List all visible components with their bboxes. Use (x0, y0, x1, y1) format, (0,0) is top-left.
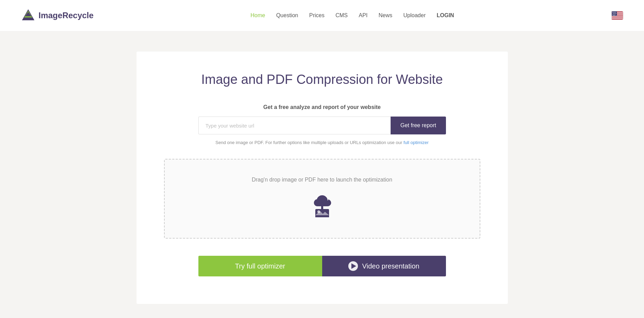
svg-point-13 (615, 12, 616, 13)
svg-rect-9 (612, 18, 623, 19)
svg-point-15 (614, 13, 615, 14)
svg-rect-10 (612, 11, 617, 16)
svg-point-20 (613, 15, 614, 15)
nav-home[interactable]: Home (250, 12, 265, 19)
analyze-subtitle: Get a free analyze and report of your we… (164, 104, 480, 110)
try-optimizer-button[interactable]: Try full optimizer (198, 256, 322, 276)
page-title: Image and PDF Compression for Website (164, 72, 480, 87)
logo-text: ImageRecycle (39, 11, 94, 20)
nav-uploader[interactable]: Uploader (403, 12, 426, 19)
drop-zone-text: Drag'n drop image or PDF here to launch … (252, 177, 392, 183)
nav-api[interactable]: API (359, 12, 368, 19)
url-form: Get free report (198, 117, 446, 134)
bottom-buttons: Try full optimizer Video presentation (198, 256, 446, 276)
language-flag[interactable] (611, 11, 623, 20)
svg-point-12 (614, 12, 614, 13)
main-nav: Home Question Prices CMS API News Upload… (250, 12, 454, 19)
svg-point-18 (614, 14, 614, 14)
svg-point-11 (612, 12, 613, 13)
svg-rect-8 (612, 17, 623, 18)
logo-icon (21, 8, 36, 23)
helper-text: Send one image or PDF. For further optio… (164, 140, 480, 145)
full-optimizer-link[interactable]: full optimizer (404, 140, 429, 145)
nav-prices[interactable]: Prices (309, 12, 324, 19)
website-url-input[interactable] (198, 117, 391, 134)
drop-zone[interactable]: Drag'n drop image or PDF here to launch … (164, 159, 480, 239)
nav-cms[interactable]: CMS (336, 12, 348, 19)
video-button-label: Video presentation (362, 262, 419, 270)
play-triangle-icon (351, 263, 356, 269)
svg-point-16 (615, 13, 616, 14)
nav-question[interactable]: Question (276, 12, 298, 19)
video-presentation-button[interactable]: Video presentation (322, 256, 446, 276)
logo[interactable]: ImageRecycle (21, 8, 94, 23)
get-report-button[interactable]: Get free report (391, 117, 446, 134)
svg-rect-7 (612, 16, 623, 17)
upload-icon (308, 190, 336, 217)
svg-point-17 (612, 14, 613, 14)
svg-point-19 (615, 14, 616, 14)
main-content: Image and PDF Compression for Website Ge… (0, 31, 644, 318)
us-flag-icon (611, 11, 623, 20)
svg-point-21 (614, 15, 615, 15)
content-container: Image and PDF Compression for Website Ge… (137, 52, 508, 304)
cloud-upload-svg (308, 190, 336, 217)
svg-point-14 (613, 13, 614, 14)
nav-news[interactable]: News (379, 12, 392, 19)
nav-login[interactable]: LOGIN (437, 12, 454, 19)
play-icon (348, 261, 358, 271)
header: ImageRecycle Home Question Prices CMS AP… (0, 0, 644, 31)
